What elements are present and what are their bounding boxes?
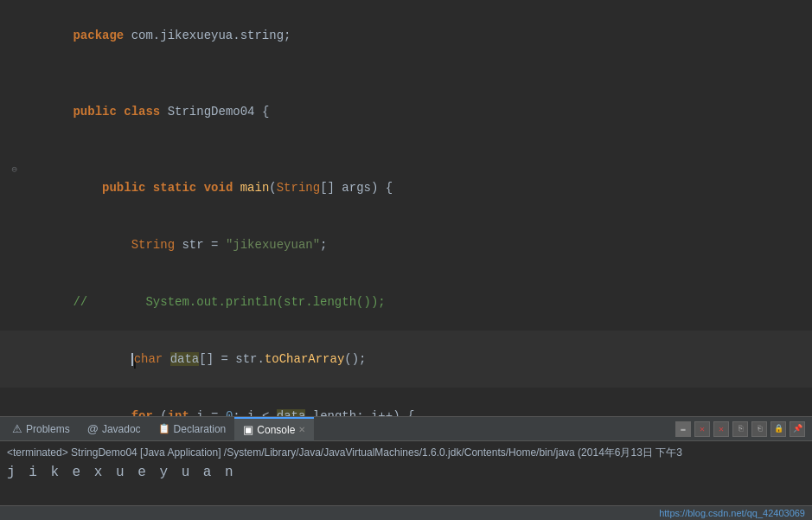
variable-highlight: data: [277, 409, 306, 416]
line-content-4: [26, 140, 812, 159]
tab-problems[interactable]: ⚠ Problems: [3, 417, 79, 441]
text: ;: [320, 238, 327, 252]
text: StringDemo04 {: [160, 105, 269, 119]
line-content-3: public class StringDemo04 {: [26, 83, 812, 140]
text: [196, 181, 203, 195]
text: [73, 181, 102, 195]
line-content-1: package com.jikexueyua.string;: [26, 7, 812, 64]
code-line-9: for (int i = 0; i < data.length; i++) {: [0, 388, 812, 416]
console-terminated-text: <terminated> StringDemo04 [Java Applicat…: [7, 445, 805, 460]
text: (: [269, 181, 276, 195]
problems-icon: ⚠: [12, 422, 22, 435]
paste-button[interactable]: ⎗: [751, 421, 767, 437]
pin-button[interactable]: 📌: [790, 421, 805, 437]
line-content-2: [26, 64, 812, 83]
text: [163, 352, 169, 366]
text: [145, 181, 152, 195]
keyword: public: [102, 181, 145, 195]
method-name: toCharArray: [265, 352, 344, 366]
method-name: main: [240, 181, 270, 195]
type: String: [277, 181, 320, 195]
tab-problems-label: Problems: [26, 423, 70, 435]
text: i =: [189, 409, 226, 416]
code-line-4: [0, 140, 812, 159]
text: ();: [344, 352, 366, 366]
text: [73, 409, 131, 416]
code-line-8: |char data[] = str.toCharArray();: [0, 331, 812, 388]
text: [233, 181, 240, 195]
code-line-7: // System.out.println(str.length());: [0, 273, 812, 331]
javadoc-icon: @: [87, 422, 99, 435]
line-content-5: public static void main(String[] args) {: [26, 159, 812, 216]
text: [73, 238, 131, 252]
console-output: j i k e x u e y u a n: [7, 460, 805, 485]
keyword: package: [73, 29, 124, 42]
keyword: public: [73, 105, 116, 119]
declaration-icon: 📋: [158, 423, 170, 434]
tabs-bar: ⚠ Problems @ Javadoc 📋 Declaration ▣ Con…: [0, 417, 812, 441]
text: [] = str.: [199, 352, 265, 366]
console-icon: ▣: [243, 423, 253, 436]
type: String: [131, 238, 175, 252]
keyword: static: [153, 181, 196, 195]
text: com.jikexueyua.string;: [124, 29, 291, 42]
console-close-icon[interactable]: ✕: [298, 425, 305, 434]
tab-javadoc[interactable]: @ Javadoc: [79, 417, 150, 441]
tabs-actions: ▬ ✕ ✕ ⎘ ⎗ 🔒 📌: [675, 421, 809, 437]
text: ; i <: [233, 409, 276, 416]
terminate-button[interactable]: ✕: [713, 421, 729, 437]
tab-console[interactable]: ▣ Console ✕: [234, 417, 314, 441]
string-literal: "jikexueyuan": [226, 238, 320, 252]
keyword: for: [131, 409, 153, 416]
scroll-lock-button[interactable]: 🔒: [770, 421, 786, 437]
text: str =: [175, 238, 226, 252]
tab-declaration-label: Declaration: [174, 423, 227, 435]
minimize-button[interactable]: ▬: [675, 421, 691, 437]
line-content-7: // System.out.println(str.length());: [26, 273, 812, 331]
code-line-1: package com.jikexueyua.string;: [0, 7, 812, 64]
line-content-8: |char data[] = str.toCharArray();: [26, 331, 812, 388]
code-line-3: public class StringDemo04 {: [0, 83, 812, 140]
type: char: [134, 352, 163, 366]
keyword: void: [204, 181, 233, 195]
copy-button[interactable]: ⎘: [732, 421, 748, 437]
console-footer: https://blog.csdn.net/qq_42403069: [0, 505, 812, 520]
code-line-2: [0, 64, 812, 83]
line-gutter-5: ⊖: [0, 160, 26, 179]
variable-highlight: data: [170, 352, 200, 366]
text: [73, 352, 131, 366]
bottom-panel: ⚠ Problems @ Javadoc 📋 Declaration ▣ Con…: [0, 416, 812, 520]
code-line-5: ⊖ public static void main(String[] args)…: [0, 159, 812, 216]
text: (: [153, 409, 168, 416]
code-line-6: String str = "jikexueyuan";: [0, 216, 812, 273]
console-content: <terminated> StringDemo04 [Java Applicat…: [0, 441, 812, 505]
line-content-6: String str = "jikexueyuan";: [26, 216, 812, 273]
tab-javadoc-label: Javadoc: [102, 423, 141, 435]
text: [117, 105, 124, 119]
keyword: class: [124, 105, 160, 119]
keyword: int: [168, 409, 189, 416]
comment: // System.out.println(str.length());: [73, 295, 385, 309]
tab-declaration[interactable]: 📋 Declaration: [150, 417, 235, 441]
code-editor[interactable]: package com.jikexueyua.string; public cl…: [0, 0, 812, 416]
stop-button[interactable]: ✕: [694, 421, 710, 437]
collapse-icon[interactable]: ⊖: [11, 160, 17, 179]
tab-console-label: Console: [257, 424, 295, 436]
text: .length; i++) {: [305, 409, 414, 416]
line-content-9: for (int i = 0; i < data.length; i++) {: [26, 388, 812, 416]
text: [] args) {: [320, 181, 393, 195]
text-cursor: |: [131, 353, 133, 366]
csdn-link[interactable]: https://blog.csdn.net/qq_42403069: [659, 508, 805, 518]
